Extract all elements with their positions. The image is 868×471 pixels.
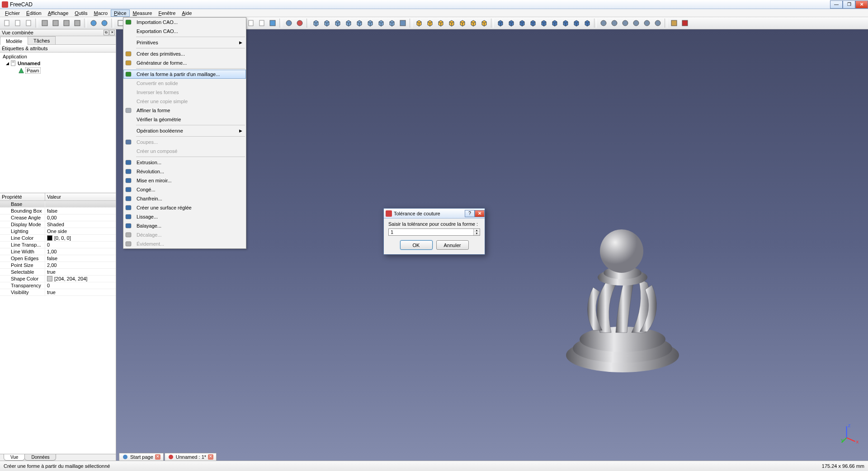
toolbar-icon[interactable]	[99, 18, 109, 28]
property-row[interactable]: Visibilitytrue	[0, 289, 116, 296]
menu-measure[interactable]: Measure	[130, 10, 156, 17]
property-row[interactable]: Selectabletrue	[0, 269, 116, 276]
menu-item[interactable]: Opération booléenne▶	[123, 126, 246, 135]
tab-close-icon[interactable]: ✕	[208, 454, 213, 460]
ok-button[interactable]: OK	[400, 240, 433, 250]
toolbar-icon[interactable]	[398, 18, 408, 28]
toolbar-icon[interactable]	[333, 18, 343, 28]
property-row[interactable]: Line Transp...0	[0, 242, 116, 248]
toolbar-icon[interactable]	[550, 18, 560, 28]
toolbar-icon[interactable]	[479, 18, 489, 28]
toolbar-icon[interactable]	[631, 18, 641, 28]
toolbar-icon[interactable]	[376, 18, 386, 28]
toolbar-icon[interactable]	[680, 18, 690, 28]
toolbar-icon[interactable]	[344, 18, 354, 28]
menu-item[interactable]: Congé...	[123, 185, 246, 194]
menu-pièce[interactable]: Pièce	[111, 10, 130, 17]
toolbar-icon[interactable]	[468, 18, 478, 28]
toolbar-icon[interactable]	[354, 18, 364, 28]
menu-item[interactable]: Importation CAO...	[123, 18, 246, 27]
menu-item[interactable]: Vérifier la géométrie	[123, 115, 246, 124]
menu-item[interactable]: Exportation CAO...	[123, 27, 246, 36]
tab-close-icon[interactable]: ✕	[155, 454, 160, 460]
toolbar-icon[interactable]	[495, 18, 505, 28]
toolbar-icon[interactable]	[425, 18, 435, 28]
toolbar-icon[interactable]	[620, 18, 630, 28]
tree-item-pawn[interactable]: Pawn	[1, 67, 115, 74]
toolbar-icon[interactable]	[609, 18, 619, 28]
close-button[interactable]: ✕	[855, 0, 868, 9]
toolbar-icon[interactable]	[61, 18, 71, 28]
menu-macro[interactable]: Macro	[90, 10, 111, 17]
property-row[interactable]: Point Size2,00	[0, 262, 116, 269]
menu-fenêtre[interactable]: Fenêtre	[155, 10, 179, 17]
toolbar-icon[interactable]	[539, 18, 549, 28]
toolbar-icon[interactable]	[387, 18, 397, 28]
panel-float-button[interactable]: ⧉	[104, 30, 109, 35]
toolbar-icon[interactable]	[436, 18, 446, 28]
menu-item[interactable]: Lissage...	[123, 212, 246, 221]
property-row[interactable]: Shape Color[204, 204, 204]	[0, 276, 116, 282]
toolbar-icon[interactable]	[642, 18, 652, 28]
menu-affichage[interactable]: Affichage	[45, 10, 72, 17]
spin-down-button[interactable]: ▼	[474, 232, 480, 235]
toolbar-icon[interactable]	[653, 18, 663, 28]
menu-item[interactable]: Extrusion...	[123, 158, 246, 167]
menu-item[interactable]: Générateur de forme...	[123, 58, 246, 67]
toolbar-icon[interactable]	[365, 18, 375, 28]
menu-aide[interactable]: Aide	[179, 10, 195, 17]
property-row[interactable]: Display ModeShaded	[0, 221, 116, 228]
menu-item[interactable]: Chanfrein...	[123, 194, 246, 203]
tab-model[interactable]: Modèle	[0, 37, 28, 45]
toolbar-icon[interactable]	[72, 18, 82, 28]
panel-close-button[interactable]: ✕	[109, 30, 115, 35]
viewport-tab[interactable]: Start page✕	[119, 453, 164, 461]
toolbar-icon[interactable]	[517, 18, 527, 28]
property-row[interactable]: Line Color[0, 0, 0]	[0, 235, 116, 242]
menu-outils[interactable]: Outils	[71, 10, 90, 17]
menu-édition[interactable]: Édition	[23, 10, 45, 17]
toolbar-icon[interactable]	[311, 18, 321, 28]
minimize-button[interactable]: —	[830, 0, 843, 9]
property-row[interactable]: Bounding Boxfalse	[0, 208, 116, 214]
maximize-button[interactable]: ❐	[843, 0, 855, 9]
toolbar-icon[interactable]	[528, 18, 538, 28]
toolbar-icon[interactable]	[322, 18, 332, 28]
menu-item[interactable]: Mise en miroir...	[123, 176, 246, 185]
toolbar-icon[interactable]	[599, 18, 609, 28]
menu-item[interactable]: Révolution...	[123, 167, 246, 176]
toolbar-icon[interactable]	[669, 18, 679, 28]
toolbar-icon[interactable]	[561, 18, 571, 28]
viewport-tab[interactable]: Unnamed : 1*✕	[165, 453, 217, 461]
property-row[interactable]: Crease Angle0,00	[0, 214, 116, 221]
toolbar-icon[interactable]	[414, 18, 424, 28]
property-row[interactable]: LightingOne side	[0, 228, 116, 235]
toolbar-icon[interactable]	[24, 18, 33, 28]
toolbar-icon[interactable]	[2, 18, 12, 28]
toolbar-icon[interactable]	[89, 18, 99, 28]
toolbar-icon[interactable]	[571, 18, 581, 28]
menu-item[interactable]: Balayage...	[123, 221, 246, 230]
dialog-titlebar[interactable]: Tolérance de couture ? ✕	[384, 209, 485, 219]
menu-fichier[interactable]: Fichier	[2, 10, 23, 17]
property-row[interactable]: Line Width1,00	[0, 248, 116, 255]
menu-item[interactable]: Affiner la forme	[123, 106, 246, 115]
toolbar-icon[interactable]	[51, 18, 61, 28]
tree-doc[interactable]: ◢ Unnamed	[1, 60, 115, 67]
tab-tasks[interactable]: Tâches	[28, 36, 56, 44]
toolbar-icon[interactable]	[246, 18, 256, 28]
spin-up-button[interactable]: ▲	[474, 229, 480, 232]
dialog-close-button[interactable]: ✕	[475, 210, 485, 217]
cancel-button[interactable]: Annuler	[436, 240, 469, 250]
toolbar-icon[interactable]	[447, 18, 457, 28]
menu-item[interactable]: Primitives▶	[123, 38, 246, 47]
tab-data[interactable]: Données	[24, 454, 56, 461]
toolbar-icon[interactable]	[458, 18, 467, 28]
tab-view[interactable]: Vue	[4, 454, 25, 461]
toolbar-icon[interactable]	[506, 18, 516, 28]
toolbar-icon[interactable]	[295, 18, 305, 28]
dialog-help-button[interactable]: ?	[465, 210, 475, 217]
property-row[interactable]: Transparency0	[0, 282, 116, 289]
property-row[interactable]: Open Edgesfalse	[0, 255, 116, 262]
toolbar-icon[interactable]	[257, 18, 267, 28]
